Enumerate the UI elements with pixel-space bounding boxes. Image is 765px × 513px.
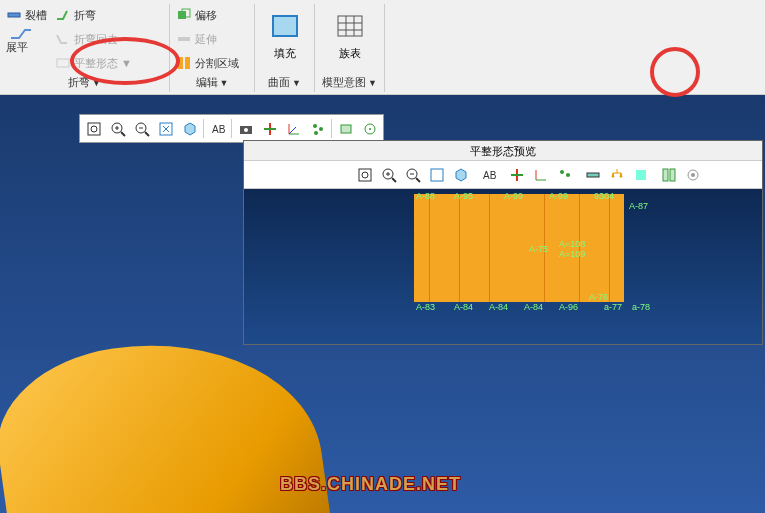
preview-canvas[interactable]: A-88 A-95 A-99 A-99 9304 A-87 A-75 A=108… xyxy=(244,189,762,344)
family-table-button[interactable]: 族表 xyxy=(325,4,375,66)
svg-rect-55 xyxy=(636,170,646,180)
zoom-in-button[interactable] xyxy=(377,163,400,186)
balance-button[interactable] xyxy=(605,163,628,186)
svg-point-59 xyxy=(691,173,695,177)
svg-rect-46 xyxy=(431,169,443,181)
svg-rect-57 xyxy=(670,169,675,181)
split-icon xyxy=(176,55,192,71)
table-icon xyxy=(334,10,366,42)
zoom-in-button[interactable] xyxy=(106,117,129,140)
offset-button[interactable]: 偏移 xyxy=(176,4,248,26)
svg-text:AB: AB xyxy=(212,124,226,135)
svg-line-30 xyxy=(289,127,296,134)
svg-rect-37 xyxy=(359,169,371,181)
annotation-button[interactable]: AB xyxy=(206,117,229,140)
svg-rect-0 xyxy=(8,13,20,17)
unfold-icon xyxy=(9,24,25,40)
svg-rect-6 xyxy=(185,57,190,69)
refold-button: 折弯回去 xyxy=(55,28,132,50)
annotation-label: a-78 xyxy=(632,302,650,312)
point-button[interactable] xyxy=(553,163,576,186)
settings-button[interactable] xyxy=(681,163,704,186)
fold-button[interactable]: 折弯 xyxy=(55,4,132,26)
svg-point-14 xyxy=(91,126,97,132)
ribbon-group-fold: 裂槽 展平 折弯 折弯 xyxy=(0,4,170,92)
plane-button[interactable] xyxy=(334,117,357,140)
workspace-viewport[interactable]: AB 平整形态预览 AB xyxy=(0,95,765,513)
refit-button[interactable] xyxy=(154,117,177,140)
ribbon-group-label: 编辑▼ xyxy=(176,75,248,92)
zoom-out-button[interactable] xyxy=(401,163,424,186)
spin-center-button[interactable] xyxy=(358,117,381,140)
fill-button[interactable]: 填充 xyxy=(260,4,310,66)
annotation-label: a-77 xyxy=(604,302,622,312)
annotation-label: A-95 xyxy=(454,191,473,201)
csys-button[interactable] xyxy=(529,163,552,186)
svg-point-33 xyxy=(314,131,318,135)
extend-icon xyxy=(176,31,192,47)
ribbon-group-label: 折弯▼ xyxy=(6,75,163,92)
flat-form-icon xyxy=(55,55,71,71)
preview-toolbar: AB xyxy=(244,161,762,189)
annotation-label: A-87 xyxy=(629,201,648,211)
axis-button[interactable] xyxy=(258,117,281,140)
annotation-label: A-88 xyxy=(416,191,435,201)
svg-rect-7 xyxy=(273,16,297,36)
annotation-label: A-99 xyxy=(549,191,568,201)
annotation-label: 9304 xyxy=(594,191,614,201)
measure-button[interactable] xyxy=(581,163,604,186)
svg-point-36 xyxy=(369,128,371,130)
window-button[interactable] xyxy=(657,163,680,186)
svg-rect-13 xyxy=(88,123,100,135)
svg-rect-8 xyxy=(338,16,362,36)
annotation-label: A-83 xyxy=(416,302,435,312)
svg-point-52 xyxy=(560,170,564,174)
extend-button: 延伸 xyxy=(176,28,248,50)
svg-point-31 xyxy=(313,124,317,128)
svg-point-25 xyxy=(244,128,248,132)
axis-button[interactable] xyxy=(505,163,528,186)
annotation-label: A-99 xyxy=(504,191,523,201)
ribbon-group-label: 曲面▼ xyxy=(268,75,301,92)
refold-icon xyxy=(55,31,71,47)
annotation-button[interactable]: AB xyxy=(477,163,500,186)
csys-button[interactable] xyxy=(282,117,305,140)
fold-icon xyxy=(55,7,71,23)
ribbon-group-surface: 填充 曲面▼ xyxy=(255,4,315,92)
watermark: BBS.CHINADE.NET xyxy=(280,474,461,495)
ribbon: 裂槽 展平 折弯 折弯 xyxy=(0,0,765,95)
display-style-button[interactable] xyxy=(178,117,201,140)
svg-rect-1 xyxy=(57,59,69,67)
point-button[interactable] xyxy=(306,117,329,140)
zoom-fit-button[interactable] xyxy=(82,117,105,140)
zoom-fit-button[interactable] xyxy=(353,163,376,186)
svg-line-20 xyxy=(145,132,149,136)
ribbon-group-edit: 偏移 延伸 分割区域 编辑▼ xyxy=(170,4,255,92)
display-style-button[interactable] xyxy=(449,163,472,186)
annotation-label: A-75 xyxy=(529,244,548,254)
svg-point-38 xyxy=(362,172,368,178)
camera-button[interactable] xyxy=(234,117,257,140)
svg-point-53 xyxy=(566,173,570,177)
refit-button[interactable] xyxy=(425,163,448,186)
unfold-button[interactable]: 展平 xyxy=(6,24,28,55)
svg-line-40 xyxy=(392,178,396,182)
main-view-toolbar: AB xyxy=(79,114,384,143)
slot-icon xyxy=(6,7,22,23)
flat-pattern[interactable] xyxy=(414,194,624,302)
highlight-button[interactable] xyxy=(629,163,652,186)
ribbon-group-intent: 族表 模型意图▼ xyxy=(315,4,385,92)
annotation-label: A-96 xyxy=(559,302,578,312)
annotation-label: A=109 xyxy=(559,249,585,259)
svg-rect-56 xyxy=(663,169,668,181)
svg-rect-34 xyxy=(341,125,351,133)
zoom-out-button[interactable] xyxy=(130,117,153,140)
flat-form-button[interactable]: 平整形态 ▼ xyxy=(55,52,132,74)
flat-preview-window: 平整形态预览 AB xyxy=(243,140,763,345)
svg-point-32 xyxy=(319,127,323,131)
svg-line-16 xyxy=(121,132,125,136)
annotation-label: A-84 xyxy=(489,302,508,312)
split-button[interactable]: 分割区域 xyxy=(176,52,248,74)
preview-title: 平整形态预览 xyxy=(244,141,762,161)
ribbon-group-label: 模型意图▼ xyxy=(322,75,377,92)
